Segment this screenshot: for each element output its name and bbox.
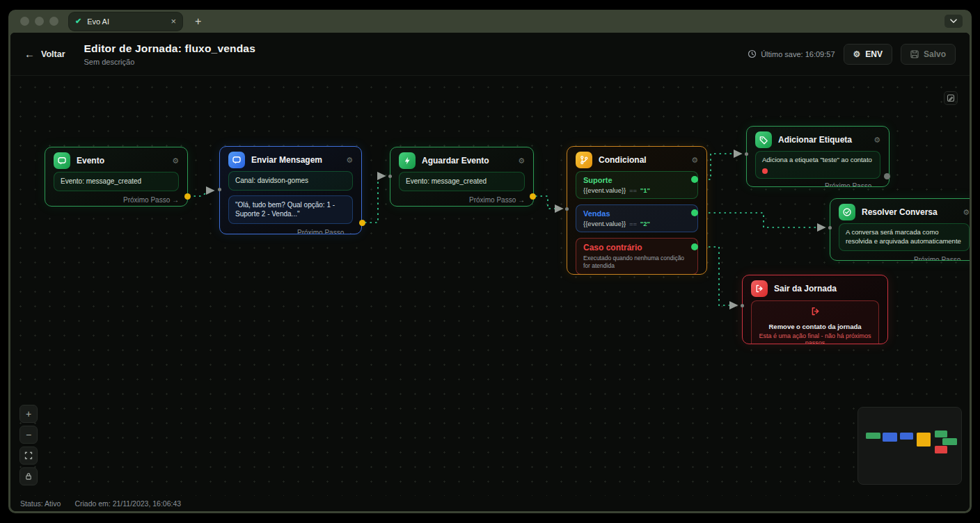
edge-vendas-resolver[interactable] xyxy=(698,213,825,227)
zoom-in-button[interactable]: + xyxy=(19,405,38,423)
branch-caso-contrario[interactable]: Caso contrário Executado quando nenhuma … xyxy=(576,238,698,275)
chat-bubble-icon xyxy=(54,152,70,169)
next-step-label: Próximo Passo → xyxy=(839,256,970,261)
source-handle-suporte[interactable] xyxy=(691,176,698,183)
target-handle-etiqueta[interactable] xyxy=(745,152,748,156)
back-button[interactable]: ← Voltar xyxy=(24,48,65,60)
status-text: Status: Ativo xyxy=(20,499,61,508)
lock-button[interactable] xyxy=(19,467,38,485)
canvas-controls: + − xyxy=(19,405,38,485)
page-subtitle: Sem descrição xyxy=(84,58,256,66)
save-label: Salvo xyxy=(924,49,946,59)
node-event-field: Evento: message_created xyxy=(399,172,525,191)
node-enviar-mensagem[interactable]: Enviar Mensagem ⚙ Canal: davidson-gomes … xyxy=(219,146,362,234)
exit-arrow-icon xyxy=(809,306,821,316)
tag-field-text: Adiciona a etiqueta "teste" ao contato xyxy=(762,156,872,163)
status-bar: Status: Ativo Criado em: 21/11/2023, 16:… xyxy=(10,496,970,511)
fit-view-button[interactable] xyxy=(19,446,38,465)
minimap-node-enviar xyxy=(883,433,897,442)
flow-canvas[interactable]: Evento ⚙ Evento: message_created Próximo… xyxy=(10,76,970,496)
node-settings-icon[interactable]: ⚙ xyxy=(346,156,353,165)
zoom-out-button[interactable]: − xyxy=(19,426,38,444)
node-title: Enviar Mensagem xyxy=(251,155,340,165)
source-handle-enviar[interactable] xyxy=(359,220,365,226)
target-handle-condicional[interactable] xyxy=(565,207,569,211)
page-title: Editor de Jornada: fluxo_vendas xyxy=(84,42,256,55)
app-page: ← Voltar Editor de Jornada: fluxo_vendas… xyxy=(10,33,970,511)
expr-operator: == xyxy=(628,220,638,227)
back-arrow-icon: ← xyxy=(24,48,35,60)
node-settings-icon[interactable]: ⚙ xyxy=(874,136,880,145)
notes-toggle-button[interactable] xyxy=(944,91,958,105)
node-settings-icon[interactable]: ⚙ xyxy=(518,156,525,166)
fit-view-icon xyxy=(24,451,33,460)
window-close-button[interactable] xyxy=(20,17,29,26)
source-handle-etiqueta[interactable] xyxy=(884,173,890,179)
branch-vendas[interactable]: Vendas {{event.value}} == "2" xyxy=(576,204,698,232)
minus-icon: − xyxy=(26,429,31,440)
last-save-text: Último save: 16:09:57 xyxy=(761,50,835,58)
source-handle-aguardar[interactable] xyxy=(530,193,536,200)
minimap[interactable] xyxy=(858,407,962,485)
node-aguardar-evento[interactable]: Aguardar Evento ⚙ Evento: message_create… xyxy=(390,147,534,207)
node-tag-field: Adiciona a etiqueta "teste" ao contato xyxy=(755,151,880,179)
save-floppy-icon xyxy=(910,50,919,58)
tab-close-icon[interactable]: × xyxy=(171,17,176,26)
source-handle-contrario[interactable] xyxy=(691,243,698,250)
edge-evento-enviar[interactable] xyxy=(189,191,214,196)
next-step-label: Próximo Passo → xyxy=(54,196,179,204)
node-condicional[interactable]: Condicional ⚙ Suporte {{event.value}} ==… xyxy=(567,146,707,275)
window-controls[interactable] xyxy=(20,17,58,26)
expr-value: "1" xyxy=(640,186,650,194)
exit-description: Remove o contato da jornada xyxy=(757,323,873,330)
lightning-icon xyxy=(399,152,416,169)
node-settings-icon[interactable]: ⚙ xyxy=(963,208,970,217)
node-settings-icon[interactable]: ⚙ xyxy=(691,156,698,165)
node-evento[interactable]: Evento ⚙ Evento: message_created Próximo… xyxy=(45,147,188,207)
tab-favicon-icon: ✔ xyxy=(75,17,81,26)
target-handle-aguardar[interactable] xyxy=(388,175,392,178)
node-sair-da-jornada[interactable]: Sair da Jornada Remove o contato da jorn… xyxy=(742,275,888,344)
edge-enviar-aguardar[interactable] xyxy=(365,176,385,223)
window-maximize-button[interactable] xyxy=(49,17,58,26)
window-minimize-button[interactable] xyxy=(35,17,44,26)
node-channel-field: Canal: davidson-gomes xyxy=(228,171,353,191)
target-handle-enviar[interactable] xyxy=(218,188,221,191)
tag-icon xyxy=(755,131,772,148)
branch-description: Executado quando nenhuma condição for at… xyxy=(583,255,690,270)
lock-icon xyxy=(24,472,33,481)
save-button[interactable]: Salvo xyxy=(901,44,956,65)
next-step-label: Próximo Passo → xyxy=(228,229,353,235)
minimap-node-aguardar xyxy=(900,433,913,440)
branch-suporte[interactable]: Suporte {{event.value}} == "1" xyxy=(576,171,698,199)
env-button[interactable]: ⚙ ENV xyxy=(844,44,892,65)
source-handle-evento[interactable] xyxy=(184,193,191,200)
branch-icon xyxy=(576,152,592,168)
browser-tabbar: ✔ Evo AI × + xyxy=(8,10,972,33)
node-adicionar-etiqueta[interactable]: Adicionar Etiqueta ⚙ Adiciona a etiqueta… xyxy=(746,126,890,187)
message-icon xyxy=(228,152,245,168)
logout-icon xyxy=(751,280,768,297)
tag-color-dot xyxy=(762,168,768,174)
created-at-text: Criado em: 21/11/2023, 16:06:43 xyxy=(74,499,181,508)
edge-aguardar-condicional[interactable] xyxy=(535,196,562,209)
new-tab-button[interactable]: + xyxy=(195,15,201,28)
branch-name: Suporte xyxy=(583,176,690,184)
node-message-field: "Olá, tudo bem? Qual opção: 1 - Suporte … xyxy=(228,195,353,224)
target-handle-resolver[interactable] xyxy=(828,226,832,230)
gear-icon: ⚙ xyxy=(853,49,861,59)
node-settings-icon[interactable]: ⚙ xyxy=(172,156,179,166)
node-title: Evento xyxy=(77,156,166,166)
expr-operator: == xyxy=(628,186,638,194)
note-edit-icon xyxy=(947,94,955,102)
browser-tab[interactable]: ✔ Evo AI × xyxy=(69,13,182,31)
expr-variable: {{event.value}} xyxy=(583,186,626,194)
source-handle-vendas[interactable] xyxy=(691,209,698,216)
chrome-menu-button[interactable] xyxy=(945,15,963,28)
target-handle-sair[interactable] xyxy=(741,304,744,307)
browser-window: ✔ Evo AI × + ← Voltar Editor de Jornada:… xyxy=(8,10,972,513)
node-title: Condicional xyxy=(599,155,685,165)
next-step-label: Próximo Passo → xyxy=(755,182,880,187)
expr-value: "2" xyxy=(640,220,650,227)
node-resolver-conversa[interactable]: Resolver Conversa ⚙ A conversa será marc… xyxy=(830,198,970,261)
